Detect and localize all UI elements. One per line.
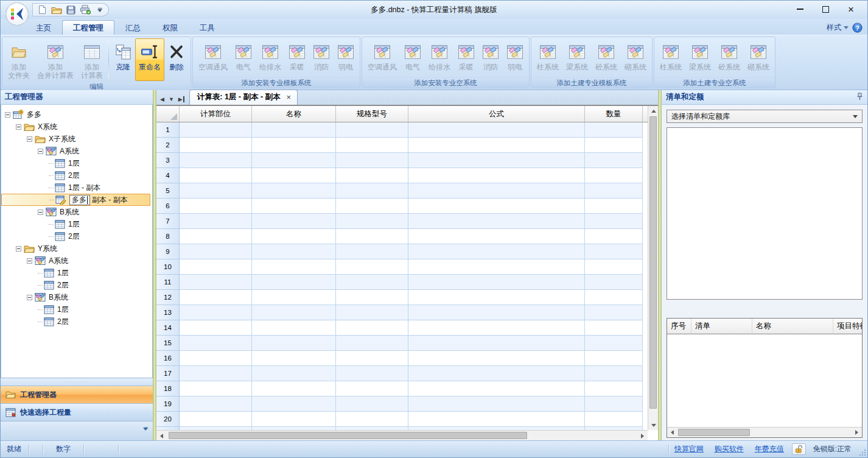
- grid-cell[interactable]: [252, 168, 336, 183]
- grid-cell[interactable]: [252, 275, 336, 290]
- tree-item[interactable]: X系统: [1, 121, 152, 133]
- ribbon-button[interactable]: 给排水: [425, 38, 454, 77]
- grid-cell[interactable]: [252, 199, 336, 214]
- grid-cell[interactable]: [180, 275, 252, 290]
- minimize-button[interactable]: [787, 2, 813, 16]
- grid-cell[interactable]: [408, 275, 585, 290]
- quota-table-column-header[interactable]: 序号: [667, 319, 691, 334]
- ribbon-button[interactable]: 砌系统: [744, 38, 773, 77]
- close-button[interactable]: ×: [838, 2, 864, 16]
- grid-row-header[interactable]: 15: [156, 336, 180, 351]
- ribbon-button[interactable]: 消防: [309, 38, 334, 77]
- grid-cell[interactable]: [585, 396, 643, 412]
- grid-cell[interactable]: [180, 305, 252, 320]
- quota-list-box[interactable]: [667, 127, 863, 300]
- grid-row-header[interactable]: 7: [156, 214, 180, 229]
- grid-column-header[interactable]: 公式: [408, 106, 585, 122]
- scroll-right-icon[interactable]: [637, 431, 648, 440]
- grid-row-header[interactable]: 16: [156, 351, 180, 366]
- tree-item[interactable]: A系统: [1, 255, 152, 267]
- grid-cell[interactable]: [408, 199, 585, 214]
- tree-expander-icon[interactable]: [16, 246, 21, 252]
- status-link[interactable]: 购买软件: [715, 444, 744, 454]
- tab-prev-icon[interactable]: ◀: [160, 96, 164, 102]
- grid-cell[interactable]: [408, 259, 585, 275]
- grid-row-header[interactable]: 9: [156, 244, 180, 259]
- ribbon-tab[interactable]: 工具: [189, 20, 226, 35]
- ribbon-button[interactable]: 给排水: [256, 38, 285, 77]
- grid-cell[interactable]: [408, 366, 585, 381]
- grid-cell[interactable]: [585, 199, 643, 214]
- quota-table-column-header[interactable]: 名称: [752, 319, 833, 334]
- grid-cell[interactable]: [252, 153, 336, 168]
- rename-input[interactable]: 多多: [69, 195, 90, 205]
- tab-next-icon[interactable]: ▶: [178, 96, 184, 102]
- ribbon-button[interactable]: 重命名: [135, 38, 164, 81]
- grid-cell[interactable]: [180, 153, 252, 168]
- resize-grip[interactable]: [858, 448, 866, 456]
- ribbon-button[interactable]: 克隆: [111, 38, 135, 81]
- scroll-up-icon[interactable]: [648, 106, 658, 116]
- grid-row-header[interactable]: 18: [156, 381, 180, 396]
- grid-row-header[interactable]: 17: [156, 366, 180, 381]
- grid-column-header[interactable]: 规格型号: [336, 106, 408, 122]
- grid-select-all-corner[interactable]: [156, 106, 180, 122]
- grid-cell[interactable]: [408, 381, 585, 396]
- grid-cell[interactable]: [585, 366, 643, 381]
- ribbon-button[interactable]: 梁系统: [685, 38, 715, 77]
- overflow-down-icon[interactable]: [143, 431, 148, 437]
- ribbon-button[interactable]: 电气: [231, 38, 256, 77]
- grid-cell[interactable]: [408, 168, 585, 183]
- tree-item[interactable]: 1层: [1, 218, 152, 230]
- grid-cell[interactable]: [180, 366, 252, 381]
- tree-expander-icon[interactable]: [38, 210, 43, 215]
- grid-row-header[interactable]: 12: [156, 290, 180, 305]
- grid-cell[interactable]: [336, 320, 408, 336]
- panel-nav-button[interactable]: 工程管理器: [1, 386, 153, 403]
- ribbon-button[interactable]: 消防: [478, 38, 503, 77]
- grid-column-header[interactable]: 数量: [585, 106, 643, 122]
- ribbon-tab[interactable]: 权限: [152, 20, 189, 35]
- grid-cell[interactable]: [408, 320, 585, 336]
- grid-cell[interactable]: [408, 244, 585, 259]
- grid-cell[interactable]: [336, 396, 408, 412]
- status-link[interactable]: 快算官网: [674, 444, 704, 454]
- quota-library-dropdown[interactable]: 选择清单和定额库: [667, 110, 863, 123]
- grid-cell[interactable]: [336, 351, 408, 366]
- grid-cell[interactable]: [585, 336, 643, 351]
- grid-cell[interactable]: [336, 305, 408, 320]
- tree-item[interactable]: 多多副本 - 副本: [1, 194, 150, 206]
- vertical-scroll-thumb[interactable]: [649, 116, 657, 409]
- open-folder-icon[interactable]: [51, 5, 62, 15]
- app-menu-button[interactable]: [5, 2, 29, 26]
- grid-cell[interactable]: [180, 351, 252, 366]
- grid-row-header[interactable]: 6: [156, 199, 180, 214]
- grid-cell[interactable]: [252, 320, 336, 336]
- scroll-left-icon[interactable]: [156, 431, 167, 440]
- grid-cell[interactable]: [252, 138, 336, 153]
- grid-cell[interactable]: [408, 138, 585, 153]
- grid-cell[interactable]: [585, 412, 643, 427]
- grid-cell[interactable]: [180, 168, 252, 183]
- grid-cell[interactable]: [252, 305, 336, 320]
- grid-cell[interactable]: [180, 396, 252, 412]
- tree-item[interactable]: Y系统: [1, 242, 152, 255]
- grid-row-header[interactable]: 10: [156, 259, 180, 275]
- tree-item[interactable]: 1层 - 副本: [1, 181, 152, 194]
- grid-cell[interactable]: [408, 351, 585, 366]
- grid-cell[interactable]: [336, 183, 408, 199]
- grid-cell[interactable]: [336, 275, 408, 290]
- grid-cell[interactable]: [180, 290, 252, 305]
- grid-horizontal-scrollbar[interactable]: [156, 430, 648, 440]
- quota-table-column-header[interactable]: 项目特征: [833, 319, 863, 334]
- grid-cell[interactable]: [585, 122, 643, 138]
- tree-expander-icon[interactable]: [27, 258, 32, 264]
- ribbon-tab[interactable]: 汇总: [114, 20, 152, 35]
- tree-item[interactable]: 2层: [1, 169, 152, 181]
- ribbon-button[interactable]: 梁系统: [562, 38, 592, 77]
- horizontal-scroll-thumb[interactable]: [678, 429, 750, 436]
- ribbon-button[interactable]: 砼系统: [715, 38, 744, 77]
- grid-cell[interactable]: [252, 214, 336, 229]
- ribbon-button[interactable]: 采暖: [285, 38, 309, 77]
- grid-cell[interactable]: [336, 122, 408, 138]
